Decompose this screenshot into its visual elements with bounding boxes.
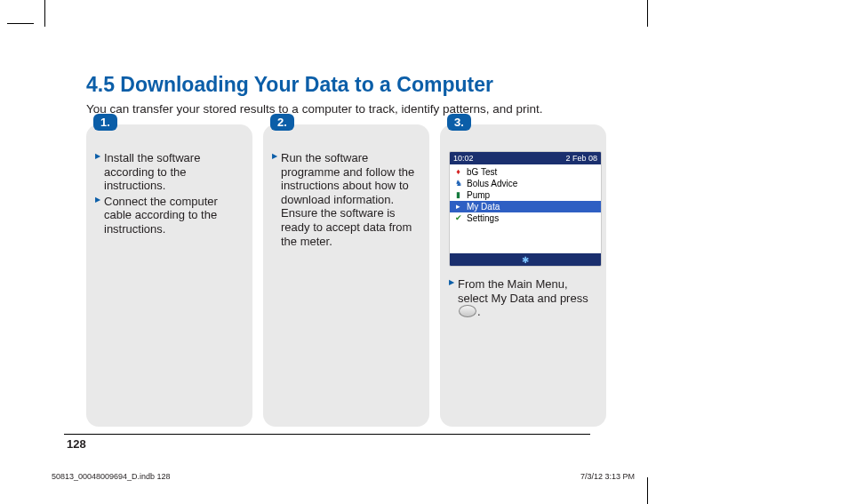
device-menu-label: Pump	[467, 190, 490, 200]
device-time: 10:02	[453, 154, 474, 163]
device-menu-label: My Data	[467, 202, 500, 212]
step-number: 2.	[270, 114, 294, 131]
section-intro: You can transfer your stored results to …	[86, 102, 673, 116]
step-card-1: 1. Install the software according to the…	[86, 124, 252, 427]
device-screenshot: 10:02 2 Feb 08 ♦ bG Test ♞ Bolus Advice	[449, 151, 602, 267]
step-card-3: 3. 10:02 2 Feb 08 ♦ bG Test ♞ Bolus Ad	[440, 124, 606, 427]
bluetooth-icon: ✱	[522, 255, 529, 265]
page-number: 128	[67, 437, 86, 451]
crop-mark	[7, 23, 34, 24]
step-2-bullets: Run the software programme and follow th…	[272, 151, 420, 248]
device-menu-item-selected: ▸ My Data	[450, 201, 601, 212]
step-1-bullets: Install the software according to the in…	[95, 151, 244, 236]
footer-right: 7/3/12 3:13 PM	[580, 472, 635, 481]
bullet-item: Install the software according to the in…	[95, 151, 244, 193]
step-card-2: 2. Run the software programme and follow…	[263, 124, 429, 427]
bullet-text-part: .	[477, 305, 481, 318]
crop-mark	[44, 0, 45, 27]
settings-check-icon: ✔	[453, 213, 463, 223]
device-menu-label: Bolus Advice	[467, 179, 517, 188]
device-menu-item: ▮ Pump	[450, 189, 601, 201]
device-status-bar: 10:02 2 Feb 08	[450, 152, 601, 164]
step-3-bullets: From the Main Menu, select My Data and p…	[449, 277, 597, 319]
device-date: 2 Feb 08	[565, 154, 597, 163]
blood-drop-icon: ♦	[453, 167, 463, 177]
device-menu-label: bG Test	[467, 167, 497, 177]
bullet-item: Run the software programme and follow th…	[272, 151, 420, 248]
step-number: 3.	[447, 114, 471, 131]
pump-icon: ▮	[453, 190, 463, 200]
data-icon: ▸	[453, 202, 463, 212]
select-button-icon	[459, 305, 476, 317]
document-page: 4.5 Downloading Your Data to a Computer …	[0, 0, 848, 504]
page-number-rule	[64, 434, 590, 435]
steps-row: 1. Install the software according to the…	[86, 124, 673, 427]
bullet-item: Connect the computer cable according to …	[95, 195, 244, 236]
footer-left: 50813_00048009694_D.indb 128	[52, 472, 171, 481]
page-content: 4.5 Downloading Your Data to a Computer …	[86, 73, 673, 427]
crop-mark	[647, 477, 648, 504]
device-menu-item: ✔ Settings	[450, 212, 601, 224]
bullet-text-part: From the Main Menu, select My Data and p…	[458, 277, 588, 305]
device-menu-item: ♦ bG Test	[450, 166, 601, 178]
bolus-icon: ♞	[453, 179, 463, 188]
device-menu-item: ♞ Bolus Advice	[450, 178, 601, 189]
crop-mark	[647, 0, 648, 27]
device-menu-label: Settings	[467, 213, 499, 223]
bullet-item: From the Main Menu, select My Data and p…	[449, 277, 597, 319]
device-bottom-bar: ✱	[450, 253, 601, 266]
device-menu: ♦ bG Test ♞ Bolus Advice ▮ Pump ▸	[450, 164, 601, 253]
step-number: 1.	[93, 114, 117, 131]
section-heading: 4.5 Downloading Your Data to a Computer	[86, 73, 673, 97]
